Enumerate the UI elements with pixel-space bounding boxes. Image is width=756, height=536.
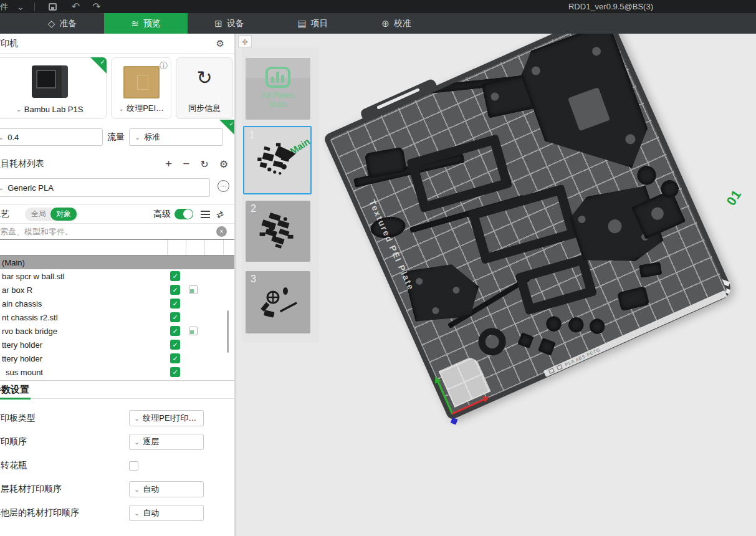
filament-options-button[interactable]: ⋯: [218, 180, 229, 192]
object-checkbox[interactable]: ✓: [170, 353, 180, 363]
plate-thumbnail-1[interactable]: 1 Main: [243, 126, 312, 194]
param-label: 打印板类型: [0, 413, 36, 424]
flow-select[interactable]: ⌄ 标准: [129, 128, 223, 146]
object-checkbox[interactable]: ✓: [170, 367, 180, 377]
object-row[interactable]: ttery holder ✓: [0, 338, 234, 352]
chevron-down-icon: ⌄: [134, 486, 140, 493]
printed-part-bracket[interactable]: [617, 286, 649, 311]
param-row-print-order: 打印顺序 ⌄ 逐层: [0, 433, 234, 451]
filament-gear-icon[interactable]: ⚙: [219, 158, 228, 170]
plate-thumbnail-2[interactable]: 2: [246, 201, 310, 262]
printed-part-frame[interactable]: [406, 134, 512, 213]
add-filament-button[interactable]: +: [165, 157, 172, 171]
object-row[interactable]: sus mount ✓: [0, 365, 234, 379]
preview-3d-viewport[interactable]: ‹|›: [236, 34, 756, 536]
param-row-other-layer-order: 其他层的耗材打印顺序 ⌄ 自动: [0, 504, 234, 522]
nozzle-select[interactable]: ⌄ 0.4: [0, 128, 103, 146]
chevron-down-icon: ⌄: [134, 415, 140, 422]
build-plate-3d[interactable]: Textured PEI Plate PLA ABS PETG: [323, 34, 734, 421]
object-checkbox[interactable]: ✓: [170, 271, 180, 281]
printed-part-ring[interactable]: [474, 323, 510, 360]
printed-part-chassis[interactable]: [514, 34, 659, 193]
info-icon[interactable]: ⓘ: [160, 60, 168, 72]
object-row[interactable]: nt chassis r2.stl ✓: [0, 310, 234, 324]
tab-project[interactable]: ▤ 项目: [271, 13, 355, 34]
object-row[interactable]: bar spcr w ball.stl ✓: [0, 269, 234, 283]
printer-card[interactable]: ✓ ⌄ Bambu Lab P1S: [0, 57, 107, 119]
object-row[interactable]: ain chassis ✓: [0, 297, 234, 310]
printed-part-grommet[interactable]: [544, 314, 564, 334]
collapse-panel-button[interactable]: ‹|›: [238, 36, 252, 47]
plate-thumbnail-3[interactable]: 3: [246, 271, 310, 333]
object-group-row[interactable]: (Main): [0, 256, 234, 269]
tab-calibration[interactable]: ⊕ 校准: [355, 13, 438, 34]
printed-part-grommet[interactable]: [587, 317, 607, 337]
object-checkbox[interactable]: ✓: [170, 299, 180, 309]
printed-part-plate[interactable]: [403, 255, 486, 330]
chevron-down-icon: ⌄: [118, 105, 124, 112]
printed-part-bit[interactable]: [639, 262, 662, 278]
clear-search-icon[interactable]: ×: [216, 226, 227, 237]
tab-prepare[interactable]: ◇ 准备: [21, 13, 104, 34]
title-bar: 文件 ⌄ ↶ ↷ RDD1_ver0.9.5@BS(3): [0, 0, 756, 13]
printed-part-frame[interactable]: [515, 254, 597, 315]
search-input[interactable]: 搜索盘、模型和零件。: [0, 226, 73, 237]
object-checkbox[interactable]: ✓: [170, 312, 180, 322]
chevron-down-icon[interactable]: ⌄: [17, 2, 24, 12]
printed-part-nut[interactable]: [538, 338, 555, 355]
object-settings-icon[interactable]: [189, 285, 198, 294]
all-plates-stats-card[interactable]: All Plates Stats: [246, 58, 310, 120]
params-active-underline: [0, 398, 31, 400]
tab-project-label: 项目: [311, 18, 328, 29]
plate-type-select[interactable]: ⌄ 纹理PEI打印…: [129, 410, 204, 426]
save-icon[interactable]: [49, 3, 57, 11]
sync-info-button[interactable]: ↻ 同步信息: [176, 57, 233, 119]
build-plate-card[interactable]: ⓘ ⌄ 纹理PEI…: [111, 57, 171, 119]
plate-type-value: 纹理PEI…: [127, 103, 164, 114]
object-row[interactable]: ttery holder ✓: [0, 352, 234, 365]
printed-part-frame[interactable]: [467, 184, 578, 264]
list-view-icon[interactable]: [201, 211, 210, 218]
device-icon: ⊞: [214, 18, 222, 29]
tab-device[interactable]: ⊞ 设备: [188, 13, 271, 34]
file-menu[interactable]: 文件: [0, 1, 8, 12]
printed-part-nut[interactable]: [518, 332, 534, 348]
plate-number-label: 01: [724, 187, 745, 208]
scope-global-button[interactable]: 全局: [31, 209, 46, 219]
plate-thumbnail-parts: [246, 201, 310, 262]
spiral-vase-checkbox[interactable]: [129, 461, 138, 471]
advanced-toggle[interactable]: [175, 209, 193, 219]
object-name: ar box R: [2, 285, 32, 295]
scope-object-button[interactable]: 对象: [50, 208, 77, 221]
window-title: RDD1_ver0.9.5@BS(3): [536, 2, 686, 11]
printer-gear-icon[interactable]: ⚙: [216, 38, 224, 49]
object-row[interactable]: rvo back bridge ✓: [0, 324, 234, 338]
object-list-column-header: [0, 240, 234, 256]
object-checkbox[interactable]: ✓: [170, 326, 180, 336]
object-name: sus mount: [2, 368, 43, 377]
same-layer-order-select[interactable]: ⌄ 自动: [129, 481, 204, 497]
object-name: rvo back bridge: [2, 327, 57, 336]
all-plates-stats-label: Stats: [246, 100, 310, 109]
tab-preview[interactable]: ≋ 预览: [104, 13, 188, 34]
printed-part-grommet[interactable]: [566, 315, 586, 335]
printer-section-title: 打印机: [0, 38, 18, 49]
ams-sync-icon[interactable]: ↻: [200, 158, 208, 170]
object-row[interactable]: ar box R ✓: [0, 283, 234, 297]
printed-part-knob[interactable]: [634, 163, 659, 188]
other-layer-order-select[interactable]: ⌄ 自动: [129, 505, 204, 521]
object-name: ttery holder: [2, 354, 42, 363]
redo-icon[interactable]: ↷: [92, 1, 100, 12]
remove-filament-button[interactable]: −: [183, 157, 189, 171]
filament-select[interactable]: ⌄ Generic PLA: [0, 178, 210, 197]
object-checkbox[interactable]: ✓: [170, 340, 180, 350]
tune-icon[interactable]: ⇄: [214, 208, 225, 220]
object-list-scrollbar[interactable]: [227, 310, 229, 353]
project-icon: ▤: [297, 18, 306, 29]
printer-section-header: 打印机 ⚙: [0, 34, 234, 54]
print-order-select[interactable]: ⌄ 逐层: [129, 434, 204, 450]
object-checkbox[interactable]: ✓: [170, 285, 180, 295]
object-settings-icon[interactable]: [189, 327, 198, 335]
undo-icon[interactable]: ↶: [72, 1, 80, 12]
chevron-down-icon: ⌄: [0, 134, 4, 141]
